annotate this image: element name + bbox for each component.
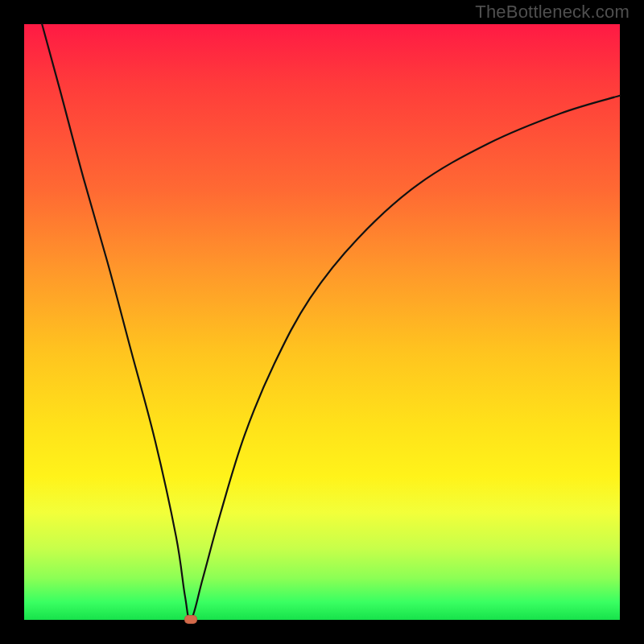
curve-path bbox=[42, 24, 620, 621]
plot-area bbox=[24, 24, 620, 620]
minimum-marker bbox=[184, 615, 197, 624]
bottleneck-curve bbox=[24, 24, 620, 620]
watermark-text: TheBottleneck.com bbox=[475, 2, 630, 23]
chart-frame: TheBottleneck.com bbox=[0, 0, 644, 644]
